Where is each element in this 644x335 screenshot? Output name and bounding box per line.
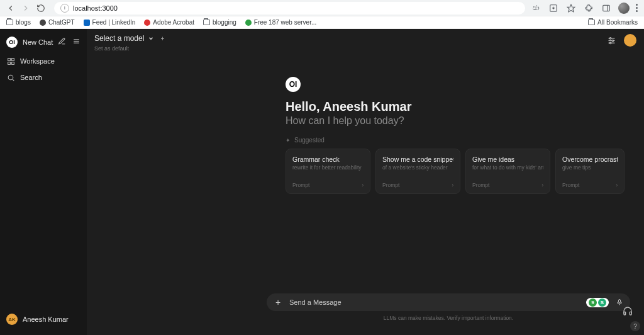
model-selector[interactable]: Select a model + — [94, 34, 167, 43]
folder-icon — [588, 20, 595, 25]
svg-point-17 — [612, 40, 614, 42]
profile-avatar[interactable] — [624, 34, 636, 47]
side-panel-icon[interactable] — [601, 3, 612, 14]
message-input[interactable]: Send a Message — [289, 298, 580, 306]
bookmark-item[interactable]: Free 187 web server... — [245, 19, 317, 26]
card-title: Overcome procrastination — [562, 156, 618, 163]
svg-rect-8 — [11, 58, 14, 60]
forward-button[interactable] — [19, 1, 33, 15]
svg-rect-19 — [619, 300, 621, 304]
suggestion-card[interactable]: Overcome procrastination give me tips Pr… — [555, 149, 625, 194]
greeting-subtext: How can I help you today? — [286, 115, 625, 127]
sidebar-user[interactable]: AK Aneesh Kumar — [0, 309, 87, 330]
search-icon — [6, 73, 15, 82]
suggestion-card[interactable]: Give me ideas for what to do with my kid… — [465, 149, 550, 194]
user-name-label: Aneesh Kumar — [23, 315, 69, 323]
bookmark-label: Free 187 web server... — [254, 19, 317, 26]
add-model-button[interactable]: + — [158, 34, 167, 43]
folder-icon — [6, 20, 13, 25]
suggested-header: ✦ Suggested — [286, 137, 625, 144]
mic-icon[interactable] — [615, 298, 624, 306]
new-chat-label[interactable]: New Chat — [23, 38, 53, 46]
address-bar[interactable]: i localhost:3000 — [54, 2, 525, 14]
svg-rect-21 — [630, 312, 631, 315]
install-app-icon[interactable] — [548, 3, 559, 14]
svg-point-16 — [609, 37, 611, 39]
card-title: Give me ideas — [472, 156, 543, 163]
disclaimer-text: LLMs can make mistakes. Verify important… — [267, 315, 630, 321]
app-logo-icon[interactable]: OI — [6, 37, 18, 48]
svg-rect-2 — [603, 5, 610, 11]
bookmark-label: blogging — [213, 19, 236, 26]
card-footer: Prompt — [292, 182, 309, 188]
top-strip: Select a model + — [87, 29, 644, 48]
bookmark-folder[interactable]: blogging — [203, 19, 236, 26]
translate-icon[interactable]: ඡා — [530, 3, 541, 14]
site-info-icon[interactable]: i — [60, 4, 69, 13]
compose-icon[interactable] — [58, 37, 66, 48]
card-subtitle: rewrite it for better readability — [292, 164, 364, 171]
bookmark-label: blogs — [16, 19, 31, 26]
attach-button[interactable]: + — [273, 297, 283, 307]
favicon-icon — [84, 20, 90, 26]
suggestion-card[interactable]: Grammar check rewrite it for better read… — [286, 149, 370, 194]
voice-mode-button[interactable] — [623, 306, 633, 319]
card-title: Show me a code snippet — [382, 156, 453, 163]
bolt-icon: ✦ — [286, 137, 291, 144]
reload-button[interactable] — [34, 1, 48, 15]
help-button[interactable]: ? — [630, 321, 640, 331]
suggested-label: Suggested — [294, 137, 325, 144]
badge-count-icon: 9 — [589, 298, 597, 307]
card-subtitle: give me tips — [562, 164, 618, 171]
sidebar: OI New Chat Workspace Search AK Aneesh K… — [0, 29, 87, 335]
sidebar-item-workspace[interactable]: Workspace — [0, 53, 87, 69]
bookmark-item[interactable]: Feed | LinkedIn — [84, 19, 136, 26]
sidebar-item-search[interactable]: Search — [0, 69, 87, 86]
svg-rect-7 — [8, 58, 10, 60]
bookmarks-bar: blogs ChatGPT Feed | LinkedIn Adobe Acro… — [0, 16, 644, 29]
bookmark-label: Feed | LinkedIn — [92, 19, 136, 26]
bookmark-folder[interactable]: blogs — [6, 19, 31, 26]
composer-area: + Send a Message 9 S LLMs can make mista… — [267, 293, 630, 321]
svg-rect-10 — [11, 62, 14, 64]
sidebar-header: OI New Chat — [0, 34, 87, 53]
card-footer: Prompt — [382, 182, 399, 188]
svg-point-11 — [8, 75, 13, 80]
back-button[interactable] — [4, 1, 18, 15]
composer[interactable]: + Send a Message 9 S — [267, 293, 630, 311]
browser-profile-avatar[interactable] — [618, 3, 630, 14]
app-root: OI New Chat Workspace Search AK Aneesh K… — [0, 29, 644, 335]
hero-logo-icon: OI — [286, 77, 301, 92]
menu-icon[interactable] — [72, 37, 80, 48]
sidebar-item-label: Workspace — [20, 57, 55, 65]
card-footer: Prompt — [472, 182, 489, 188]
bookmark-label: All Bookmarks — [597, 19, 638, 26]
suggestion-cards: Grammar check rewrite it for better read… — [286, 149, 625, 194]
svg-point-18 — [609, 42, 611, 44]
svg-line-12 — [13, 79, 14, 81]
bookmark-star-icon[interactable] — [565, 3, 577, 14]
suggestion-card[interactable]: Show me a code snippet of a website's st… — [375, 149, 460, 194]
settings-icon[interactable] — [606, 35, 616, 45]
chevron-right-icon: › — [362, 182, 364, 188]
set-default-link[interactable]: Set as default — [94, 45, 129, 52]
svg-rect-20 — [624, 312, 626, 315]
bookmark-item[interactable]: Adobe Acrobat — [144, 19, 194, 26]
integration-badge[interactable]: 9 S — [586, 298, 609, 307]
grid-icon — [6, 57, 15, 65]
sidebar-item-label: Search — [20, 74, 42, 81]
model-selector-label: Select a model — [94, 34, 144, 43]
greeting-text: Hello, Aneesh Kumar — [286, 99, 625, 114]
main-panel: Select a model + Set as default OI Hello… — [87, 29, 644, 335]
url-text: localhost:3000 — [73, 4, 118, 12]
favicon-icon — [40, 20, 46, 26]
all-bookmarks-button[interactable]: All Bookmarks — [588, 19, 638, 26]
browser-toolbar: i localhost:3000 ඡා — [0, 0, 644, 16]
svg-marker-1 — [567, 4, 575, 12]
card-title: Grammar check — [292, 156, 364, 163]
chevron-right-icon: › — [452, 182, 453, 188]
browser-menu-button[interactable] — [636, 4, 638, 12]
extensions-icon[interactable] — [583, 3, 594, 14]
bookmark-item[interactable]: ChatGPT — [40, 19, 75, 26]
card-subtitle: of a website's sticky header — [382, 164, 453, 171]
